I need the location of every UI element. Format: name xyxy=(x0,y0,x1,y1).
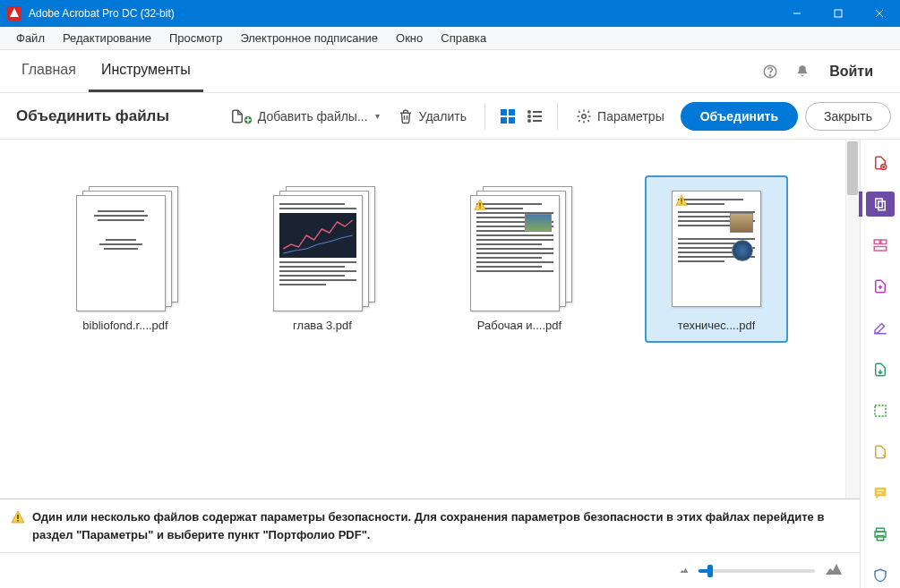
warning-icon xyxy=(11,510,25,524)
zoom-small-icon xyxy=(679,564,690,577)
zoom-large-icon xyxy=(824,562,844,579)
file-name: Рабочая и....pdf xyxy=(477,319,561,332)
help-icon[interactable] xyxy=(754,55,786,88)
window-titlebar: Adobe Acrobat Pro DC (32-bit) xyxy=(0,0,900,27)
options-label: Параметры xyxy=(597,109,664,124)
svg-rect-23 xyxy=(17,520,19,522)
rail-protect-icon[interactable] xyxy=(866,563,895,588)
bell-icon[interactable] xyxy=(786,55,819,88)
file-name: техничес....pdf xyxy=(678,319,756,332)
chevron-down-icon: ▾ xyxy=(375,111,380,121)
separator xyxy=(484,103,485,130)
scrollbar-thumb[interactable] xyxy=(847,141,858,195)
svg-rect-20 xyxy=(681,198,681,201)
svg-rect-21 xyxy=(681,203,681,204)
combine-button[interactable]: Объединить xyxy=(681,102,798,131)
rail-print-icon[interactable] xyxy=(866,522,895,547)
zoom-slider[interactable] xyxy=(699,569,815,573)
menu-bar: Файл Редактирование Просмотр Электронное… xyxy=(0,27,900,50)
rail-combine-icon[interactable] xyxy=(866,192,895,217)
maximize-button[interactable] xyxy=(818,0,859,27)
delete-button[interactable]: Удалить xyxy=(389,103,476,130)
svg-rect-18 xyxy=(479,202,480,206)
menu-esign[interactable]: Электронное подписание xyxy=(231,27,387,49)
separator xyxy=(557,103,558,130)
rail-create-pdf-icon[interactable] xyxy=(866,150,895,175)
tab-row: Главная Инструменты Войти xyxy=(0,50,900,93)
svg-rect-10 xyxy=(509,117,515,124)
delete-label: Удалить xyxy=(419,109,467,124)
zoom-bar xyxy=(0,552,860,588)
svg-rect-19 xyxy=(479,208,480,209)
scrollbar[interactable] xyxy=(845,140,860,499)
menu-file[interactable]: Файл xyxy=(7,27,54,49)
menu-edit[interactable]: Редактирование xyxy=(54,27,160,49)
file-thumbnail[interactable]: Рабочая и....pdf xyxy=(448,175,591,343)
add-files-button[interactable]: Добавить файлы... ▾ xyxy=(220,103,389,130)
svg-rect-28 xyxy=(881,240,887,244)
rail-export-icon[interactable] xyxy=(866,274,895,299)
file-thumbnail[interactable]: техничес....pdf xyxy=(645,175,788,343)
svg-rect-27 xyxy=(874,240,879,244)
window-title: Adobe Acrobat Pro DC (32-bit) xyxy=(29,7,776,20)
workspace: bibliofond.r....pdfглава 3.pdfРабочая и.… xyxy=(0,140,861,588)
rail-fill-sign-icon[interactable] xyxy=(866,439,895,464)
menu-window[interactable]: Окно xyxy=(387,27,432,49)
rail-compress-icon[interactable] xyxy=(866,398,895,423)
rail-comment-icon[interactable] xyxy=(866,481,895,506)
signin-button[interactable]: Войти xyxy=(819,64,884,80)
zoom-slider-handle[interactable] xyxy=(707,565,713,577)
close-button[interactable] xyxy=(859,0,900,27)
file-name: bibliofond.r....pdf xyxy=(82,319,167,332)
svg-point-5 xyxy=(770,74,771,75)
rail-share-icon[interactable] xyxy=(866,356,895,381)
rail-edit-icon[interactable] xyxy=(866,315,895,340)
tab-tools[interactable]: Инструменты xyxy=(89,50,203,92)
grid-view-icon[interactable] xyxy=(496,105,519,128)
minimize-button[interactable] xyxy=(776,0,818,27)
file-name: глава 3.pdf xyxy=(293,319,352,332)
svg-rect-8 xyxy=(509,109,515,115)
svg-point-15 xyxy=(528,120,530,122)
menu-help[interactable]: Справка xyxy=(432,27,495,49)
banner-text: Один или несколько файлов содержат парам… xyxy=(32,508,849,543)
svg-rect-1 xyxy=(835,10,842,17)
close-tool-button[interactable]: Закрыть xyxy=(805,102,891,131)
menu-view[interactable]: Просмотр xyxy=(160,27,231,49)
security-banner: Один или несколько файлов содержат парам… xyxy=(0,499,860,552)
options-button[interactable]: Параметры xyxy=(567,103,673,130)
svg-rect-9 xyxy=(501,117,507,124)
combine-toolbar: Объединить файлы Добавить файлы... ▾ Уда… xyxy=(0,93,900,140)
svg-rect-7 xyxy=(501,109,507,115)
file-thumbnail[interactable]: bibliofond.r....pdf xyxy=(54,175,197,343)
svg-point-13 xyxy=(528,115,530,117)
file-thumbnail[interactable]: глава 3.pdf xyxy=(251,175,394,343)
list-view-icon[interactable] xyxy=(523,105,546,128)
files-area[interactable]: bibliofond.r....pdfглава 3.pdfРабочая и.… xyxy=(0,140,860,499)
svg-rect-30 xyxy=(875,405,886,416)
svg-rect-22 xyxy=(17,515,19,519)
svg-rect-29 xyxy=(874,247,887,251)
toolbar-title: Объединить файлы xyxy=(0,107,185,125)
tab-home[interactable]: Главная xyxy=(9,50,89,92)
svg-point-11 xyxy=(528,111,530,113)
right-tool-rail xyxy=(861,140,900,588)
svg-point-17 xyxy=(582,114,587,118)
rail-organize-icon[interactable] xyxy=(866,233,895,258)
add-files-label: Добавить файлы... xyxy=(258,109,368,124)
warning-icon xyxy=(675,194,688,207)
warning-icon xyxy=(474,199,486,211)
app-icon xyxy=(7,6,21,21)
